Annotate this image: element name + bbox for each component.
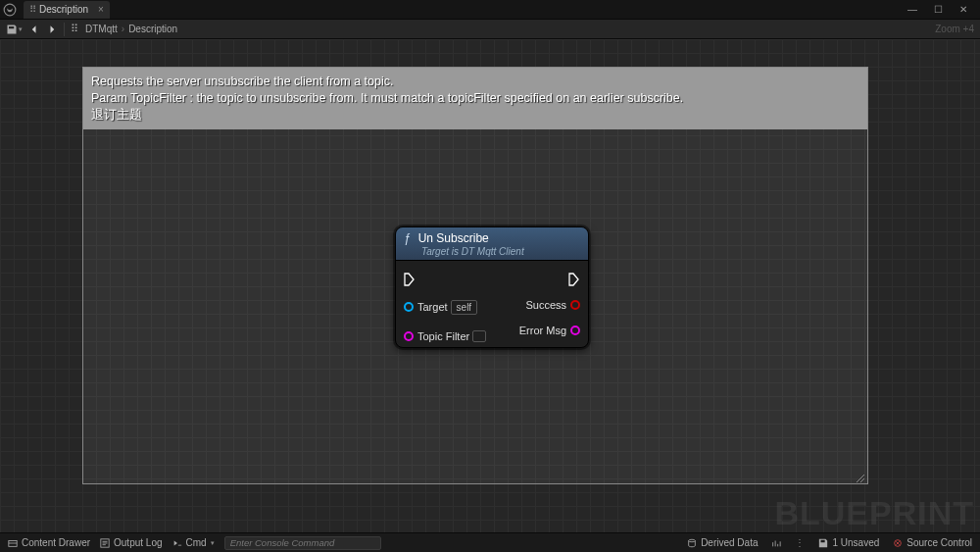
cmd-label: Cmd — [186, 537, 207, 548]
exec-input-pin[interactable] — [404, 269, 486, 290]
blueprint-node[interactable]: ƒ Un Subscribe Target is DT Mqtt Client … — [395, 226, 589, 348]
exec-output-pin[interactable] — [519, 269, 580, 290]
tab-grip-icon: ⠿ — [29, 4, 35, 15]
content-drawer-label: Content Drawer — [22, 537, 90, 548]
derived-data-button[interactable]: Derived Data — [687, 537, 758, 548]
svg-point-3 — [689, 539, 696, 542]
comment-line-1: Requests the server unsubscribe the clie… — [91, 74, 859, 90]
blueprint-graph-canvas[interactable]: Requests the server unsubscribe the clie… — [0, 39, 980, 532]
unsaved-button[interactable]: 1 Unsaved — [818, 537, 879, 548]
derived-data-label: Derived Data — [701, 537, 758, 548]
stats-button[interactable] — [771, 537, 781, 548]
function-icon: ƒ — [404, 231, 411, 245]
node-header[interactable]: ƒ Un Subscribe Target is DT Mqtt Client — [396, 227, 588, 261]
output-log-label: Output Log — [114, 537, 162, 548]
topic-filter-value-input[interactable] — [472, 330, 486, 342]
unsaved-label: 1 Unsaved — [832, 537, 879, 548]
zoom-indicator: Zoom +4 — [935, 24, 974, 34]
status-bar: Content Drawer Output Log Cmd ▾ Derived … — [0, 532, 980, 552]
target-input-pin[interactable]: Target self — [404, 296, 486, 318]
success-output-pin[interactable]: Success — [519, 294, 580, 316]
cmd-icon — [172, 538, 182, 548]
cmd-selector[interactable]: Cmd ▾ — [172, 537, 215, 548]
messages-button[interactable]: ⋮ — [795, 537, 805, 548]
node-title: Un Subscribe — [418, 231, 489, 245]
window-controls: — ☐ ✕ — [906, 4, 980, 15]
log-icon — [100, 538, 110, 548]
stats-icon — [771, 538, 781, 548]
resize-handle-icon[interactable] — [854, 470, 865, 481]
save-icon — [818, 538, 828, 548]
blueprint-watermark: BLUEPRINT — [774, 494, 974, 532]
topic-filter-input-pin[interactable]: Topic Filter — [404, 326, 486, 347]
window-titlebar: ⠿ Description × — ☐ ✕ — [0, 0, 980, 20]
window-minimize-button[interactable]: — — [906, 4, 919, 15]
nav-forward-button[interactable] — [46, 24, 58, 35]
node-body: Target self Topic Filter — [396, 261, 588, 347]
comment-line-3: 退订主题 — [91, 107, 859, 124]
tab-close-button[interactable]: × — [98, 4, 104, 15]
nav-back-button[interactable] — [28, 24, 40, 35]
comment-box-header[interactable]: Requests the server unsubscribe the clie… — [83, 68, 867, 129]
derived-data-icon — [687, 538, 697, 548]
pin-label: Success — [525, 299, 566, 311]
pin-label: Topic Filter — [417, 330, 469, 342]
chevron-right-icon: › — [122, 24, 124, 34]
breadcrumb-seg-1[interactable]: Description — [126, 24, 179, 34]
breadcrumb-seg-0[interactable]: DTMqtt — [83, 24, 120, 34]
window-maximize-button[interactable]: ☐ — [931, 4, 945, 15]
output-log-button[interactable]: Output Log — [100, 537, 162, 548]
source-control-button[interactable]: Source Control — [893, 537, 972, 548]
console-command-input[interactable] — [224, 536, 381, 550]
pin-label: Target — [417, 301, 448, 313]
editor-tab[interactable]: ⠿ Description × — [24, 1, 110, 19]
pin-label: Error Msg — [519, 325, 566, 336]
source-control-label: Source Control — [906, 537, 972, 548]
blueprint-icon[interactable]: ⠿ — [71, 23, 77, 35]
error-msg-output-pin[interactable]: Error Msg — [519, 320, 580, 341]
toolbar: ▾ ⠿ DTMqtt › Description Zoom +4 — [0, 20, 980, 39]
breadcrumb: DTMqtt › Description — [83, 24, 179, 34]
tab-label: Description — [39, 4, 88, 15]
comment-box[interactable]: Requests the server unsubscribe the clie… — [82, 67, 868, 484]
window-close-button[interactable]: ✕ — [956, 4, 970, 15]
target-value-input[interactable]: self — [451, 300, 478, 315]
node-subtitle: Target is DT Mqtt Client — [404, 246, 580, 257]
unreal-logo-icon — [0, 0, 20, 20]
content-drawer-button[interactable]: Content Drawer — [8, 537, 90, 548]
save-button[interactable]: ▾ — [6, 24, 23, 35]
source-control-icon — [893, 538, 903, 548]
drawer-icon — [8, 538, 18, 548]
comment-line-2: Param TopicFilter : the topic to unsubsc… — [91, 90, 859, 107]
